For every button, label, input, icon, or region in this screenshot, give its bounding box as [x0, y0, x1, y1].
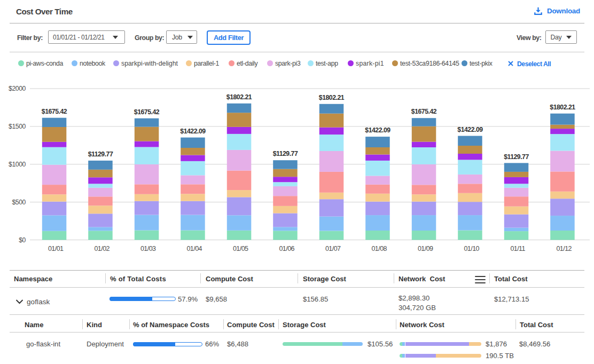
svg-text:01/11: 01/11 [510, 245, 525, 252]
svg-text:$500: $500 [12, 199, 26, 206]
svg-text:$1675.42: $1675.42 [134, 108, 160, 116]
svg-text:$1802.21: $1802.21 [550, 104, 575, 111]
svg-text:01/03: 01/03 [140, 245, 156, 252]
svg-text:01/02: 01/02 [94, 245, 110, 252]
svg-text:01/04: 01/04 [186, 245, 202, 252]
svg-text:01/01: 01/01 [48, 245, 64, 252]
svg-text:$0: $0 [19, 236, 26, 244]
svg-text:$1422.09: $1422.09 [457, 126, 483, 133]
svg-text:$1129.77: $1129.77 [88, 151, 113, 158]
svg-text:01/12: 01/12 [556, 245, 572, 252]
svg-text:$2000: $2000 [9, 85, 26, 92]
svg-text:$1802.21: $1802.21 [319, 94, 345, 101]
svg-text:$1802.21: $1802.21 [226, 93, 252, 101]
svg-text:$1675.42: $1675.42 [411, 108, 437, 115]
svg-text:$1422.09: $1422.09 [180, 128, 206, 135]
svg-text:$1422.09: $1422.09 [365, 126, 390, 134]
svg-text:$1500: $1500 [9, 123, 26, 130]
svg-text:01/09: 01/09 [418, 245, 433, 252]
svg-text:$1675.42: $1675.42 [42, 108, 67, 115]
svg-text:01/08: 01/08 [371, 245, 387, 252]
svg-text:$1000: $1000 [9, 161, 26, 168]
svg-text:01/10: 01/10 [464, 245, 479, 252]
svg-text:01/07: 01/07 [325, 245, 341, 252]
svg-text:01/05: 01/05 [233, 245, 248, 252]
svg-text:01/06: 01/06 [279, 245, 294, 252]
svg-text:$1129.77: $1129.77 [273, 150, 298, 157]
svg-text:$1129.77: $1129.77 [504, 153, 529, 161]
